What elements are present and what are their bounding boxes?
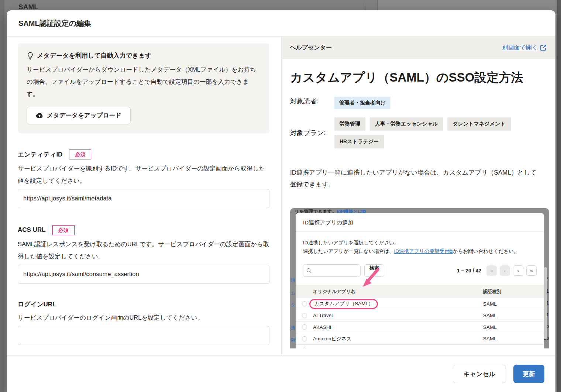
screenshot-app-table: オリジナルアプリ名 認証種別 カスタムアプリ（SAML） SAML AI Tra…	[296, 285, 544, 348]
help-article-paragraph: ID連携アプリ一覧に連携したいアプリがない場合は、カスタムアプリ（SAML）とし…	[290, 167, 537, 190]
acs-url-description: SAML認証レスポンスを受け取るためのURLです。サービスプロバイダーの設定画面…	[18, 238, 269, 262]
radio-icon	[302, 313, 307, 318]
entity-id-field: エンティティID 必須 サービスプロバイダーを識別するIDです。サービスプロバイ…	[18, 149, 269, 208]
screenshot-partial-text: 携	[291, 277, 295, 283]
screenshot-search-button: 検索	[364, 264, 384, 277]
screenshot-search-input	[303, 264, 361, 277]
highlighted-app-name: カスタムアプリ（SAML）	[309, 299, 378, 309]
required-badge: 必須	[69, 149, 91, 159]
screenshot-partial-text: タ	[291, 302, 295, 308]
required-badge: 必須	[52, 225, 75, 235]
modal-header: SAML認証設定の編集	[7, 10, 555, 37]
background-left-edge	[0, 0, 4, 392]
screenshot-dialog: ID連携アプリの追加 ID連携したいアプリを選択してください。 連携したいアプリ…	[296, 213, 544, 348]
background-right-edge	[557, 0, 561, 392]
metadata-info-box: メタデータを利用して自動入力できます サービスプロバイダーからダウンロードしたメ…	[18, 43, 269, 133]
login-url-input[interactable]	[18, 326, 269, 345]
help-center-panel: ヘルプセンター 別画面で開く カスタムアプリ（SAML）のSSO設定方法 対象読…	[281, 37, 555, 355]
help-center-header: ヘルプセンター 別画面で開く	[282, 37, 555, 59]
plan-badge: タレントマネジメント	[447, 117, 510, 131]
help-center-title: ヘルプセンター	[290, 44, 332, 52]
screenshot-instruction-line1: ID連携したいアプリを選択してください。	[303, 238, 537, 247]
screenshot-partial-text: ge	[291, 337, 296, 342]
background-partial-title: SAML	[18, 3, 38, 11]
table-row: Backlog SAML	[296, 345, 544, 348]
screenshot-partial-text: 携	[291, 325, 295, 331]
modal-footer: キャンセル 更新	[7, 355, 555, 392]
upload-cloud-icon	[36, 113, 43, 118]
update-button[interactable]: 更新	[513, 365, 544, 383]
upload-metadata-button[interactable]: メタデータをアップロード	[27, 107, 131, 124]
audience-label: 対象読者:	[290, 97, 334, 109]
screenshot-pagination: 1 – 20 / 42 « ‹ › »	[457, 265, 537, 276]
screenshot-last-page-button: »	[526, 265, 537, 276]
table-row: Amazonビジネス SAML	[296, 333, 544, 345]
screenshot-pagination-count: 1 – 20 / 42	[457, 268, 481, 274]
saml-form: メタデータを利用して自動入力できます サービスプロバイダーからダウンロードしたメ…	[7, 37, 281, 355]
plan-badge: 労務管理	[334, 117, 365, 131]
plan-badge: HRストラテジー	[334, 135, 384, 148]
acs-url-input[interactable]	[18, 265, 269, 284]
radio-icon	[302, 348, 307, 348]
column-auth-type: 認証種別	[483, 289, 544, 295]
radio-icon	[302, 336, 307, 341]
acs-url-field: ACS URL 必須 SAML認証レスポンスを受け取るためのURLです。サービス…	[18, 225, 269, 284]
screenshot-first-page-button: «	[486, 265, 497, 276]
login-url-description: サービスプロバイダーのログイン画面のURLを設定してください。	[18, 312, 269, 324]
screenshot-scrollbar-thumb	[544, 267, 547, 339]
open-link-label: 別画面で開く	[502, 44, 538, 52]
screenshot-prev-page-button: ‹	[500, 265, 510, 276]
login-url-field: ログインURL サービスプロバイダーのログイン画面のURLを設定してください。	[18, 300, 269, 345]
table-row: カスタムアプリ（SAML） SAML	[296, 298, 544, 310]
acs-url-label: ACS URL	[18, 226, 46, 234]
table-row: AKASHI SAML	[296, 321, 544, 333]
info-box-title-row: メタデータを利用して自動入力できます	[27, 51, 261, 60]
search-icon	[306, 268, 312, 273]
open-in-new-window-link[interactable]: 別画面で開く	[502, 44, 547, 52]
upload-metadata-label: メタデータをアップロード	[47, 111, 121, 120]
screenshot-table-header: オリジナルアプリ名 認証種別	[296, 285, 544, 298]
audience-badge: 管理者・担当者向け	[334, 97, 390, 109]
modal-title: SAML認証設定の編集	[18, 18, 91, 28]
help-article-screenshot: リを管理できます。IdP機能とは⧉ 携 ム タ 携 ge 携ア 9/1 9/1 …	[290, 208, 549, 348]
screenshot-search-row: 検索 1 – 20 / 42 « ‹ › »	[303, 264, 537, 277]
help-article-heading: カスタムアプリ（SAML）のSSO設定方法	[290, 68, 541, 87]
modal-body: メタデータを利用して自動入力できます サービスプロバイダーからダウンロードしたメ…	[7, 37, 555, 355]
screenshot-partial-text: ム	[291, 290, 295, 296]
plan-label: 対象プラン:	[290, 128, 334, 137]
info-box-body: サービスプロバイダーからダウンロードしたメタデータ（XMLファイル）をお持ちの場…	[27, 63, 261, 100]
radio-icon	[302, 324, 307, 330]
column-app-name: オリジナルアプリ名	[313, 289, 483, 295]
radio-icon	[302, 301, 307, 306]
saml-settings-modal: SAML認証設定の編集 メタデータを利用して自動入力できます サービスプロバイダ…	[7, 10, 555, 392]
entity-id-description: サービスプロバイダーを識別するIDです。サービスプロバイダーの設定画面から取得し…	[18, 162, 269, 187]
screenshot-next-page-button: ›	[513, 265, 523, 276]
external-link-icon	[540, 44, 547, 51]
lightbulb-icon	[27, 52, 34, 60]
cancel-button[interactable]: キャンセル	[453, 365, 506, 383]
entity-id-input[interactable]	[18, 189, 269, 208]
screenshot-instruction-line2: 連携したいアプリが一覧にない場合は、ID連携アプリの要望受付⧉からお問い合わせく…	[303, 247, 537, 255]
audience-row: 対象読者: 管理者・担当者向け	[290, 97, 547, 109]
plan-badges: 労務管理 人事・労務エッセンシャル タレントマネジメント HRストラテジー	[334, 117, 547, 148]
info-box-title: メタデータを利用して自動入力できます	[37, 51, 151, 60]
table-row: AI Travel SAML	[296, 310, 544, 322]
screenshot-dialog-title: ID連携アプリの追加	[296, 213, 544, 232]
help-article: カスタムアプリ（SAML）のSSO設定方法 対象読者: 管理者・担当者向け 対象…	[282, 59, 555, 348]
login-url-label: ログインURL	[18, 300, 56, 309]
entity-id-label: エンティティID	[18, 150, 62, 159]
plan-row: 対象プラン: 労務管理 人事・労務エッセンシャル タレントマネジメント HRスト…	[290, 117, 547, 148]
plan-badge: 人事・労務エッセンシャル	[370, 117, 443, 131]
